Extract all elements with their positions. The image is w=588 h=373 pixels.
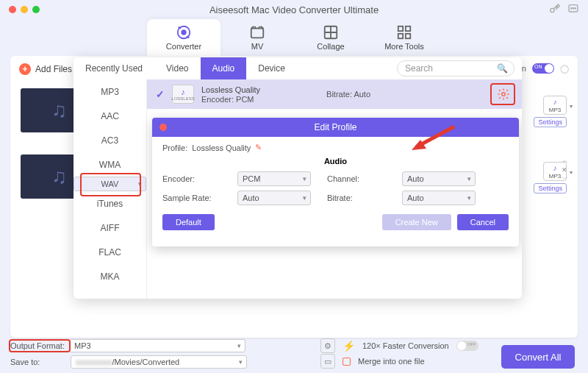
profile-label: Profile: [162, 143, 187, 152]
help-icon[interactable]: ◯ [560, 64, 569, 74]
format-mka[interactable]: MKA [74, 264, 146, 288]
sample-label: Sample Rate: [162, 193, 221, 202]
quality-settings-gear[interactable] [494, 85, 513, 104]
svg-rect-10 [406, 26, 410, 31]
tab-converter[interactable]: Converter [147, 19, 220, 56]
edit-profile-titlebar: Edit Profile [152, 118, 519, 137]
channel-label: Channel: [327, 174, 386, 183]
item-settings-button[interactable]: Settings [534, 183, 567, 193]
bottom-bar: Output Format: MP3 Save to: xxxxxxxxx/Mo… [10, 338, 578, 370]
output-format-select[interactable]: MP3 [69, 339, 245, 352]
bolt-icon: ⚡ [343, 340, 355, 352]
format-picker-panel: Recently Used Video Audio Device Search … [74, 57, 522, 299]
music-note-icon: ♪ [553, 98, 557, 106]
create-new-button[interactable]: Create New [382, 214, 451, 230]
quality-name: Lossless Quality [201, 85, 260, 94]
default-button[interactable]: Default [162, 214, 215, 230]
svg-point-3 [573, 7, 573, 8]
music-icon: ♫ [51, 165, 67, 188]
converter-icon [176, 24, 192, 40]
svg-point-0 [551, 8, 554, 12]
save-to-select[interactable]: xxxxxxxxx/Movies/Converted [71, 355, 247, 369]
convert-all-button[interactable]: Convert All [501, 345, 575, 369]
encoder-label: Encoder: [162, 174, 221, 183]
check-icon: ✓ [156, 88, 165, 100]
save-to-label: Save to: [10, 358, 66, 366]
format-search-input[interactable]: Search 🔍 [397, 60, 514, 77]
format-flac[interactable]: FLAC [74, 240, 146, 264]
merge-checkbox[interactable] [343, 358, 351, 366]
output-format-label: Output Format: [10, 341, 65, 350]
search-icon: 🔍 [497, 63, 508, 74]
tab-mv[interactable]: MV [220, 19, 294, 56]
add-files-button[interactable]: + Add Files [19, 63, 72, 75]
format-badge[interactable]: ♪MP3 [543, 96, 567, 115]
minimize-window[interactable] [21, 6, 28, 13]
format-wav[interactable]: WAV [74, 177, 146, 191]
bitrate-label: Bitrate: [327, 193, 386, 202]
format-aiff[interactable]: AIFF [74, 216, 146, 240]
media-right-panel-2: ︿✕﹀ ♪MP3 Settings [534, 162, 567, 193]
plus-icon: + [19, 63, 31, 75]
maximize-window[interactable] [32, 6, 40, 13]
toggle-on[interactable]: ON [532, 63, 554, 74]
main-tabs: Converter MV Collage More Tools [0, 19, 588, 56]
sample-select[interactable]: Auto [237, 191, 311, 205]
format-wma[interactable]: WMA [74, 152, 146, 177]
encoder-select[interactable]: PCM [237, 171, 311, 186]
more-tools-icon [396, 24, 412, 40]
svg-rect-12 [406, 34, 410, 38]
lossless-icon: ♪LOSSLESS [172, 85, 194, 104]
tab-collage[interactable]: Collage [294, 19, 368, 56]
svg-rect-11 [398, 34, 403, 38]
svg-point-13 [502, 93, 506, 96]
music-note-icon: ♪ [553, 164, 557, 172]
media-right-panel-1: ♪MP3 Settings [534, 96, 567, 127]
collage-icon [323, 24, 339, 40]
folder-icon-button[interactable]: ▭ [320, 354, 335, 369]
close-dialog[interactable] [159, 124, 167, 131]
format-ac3[interactable]: AC3 [74, 128, 146, 152]
format-mp3[interactable]: MP3 [74, 79, 146, 104]
edit-icon[interactable]: ✎ [255, 143, 262, 152]
music-note-icon: ♪ [181, 88, 185, 96]
key-icon[interactable] [548, 3, 560, 17]
bitrate-select[interactable]: Auto [402, 191, 476, 205]
tab-more-tools[interactable]: More Tools [368, 19, 441, 56]
audio-section-header: Audio [162, 157, 509, 166]
music-icon: ♫ [51, 99, 67, 122]
tab-audio[interactable]: Audio [201, 57, 247, 79]
format-picker-tabs: Recently Used Video Audio Device Search … [74, 57, 522, 79]
mv-icon [249, 24, 265, 40]
svg-point-4 [575, 7, 576, 8]
app-title: Aiseesoft Mac Video Converter Ultimate [40, 4, 548, 15]
format-aac[interactable]: AAC [74, 104, 146, 128]
svg-rect-9 [398, 26, 403, 31]
edit-profile-dialog: Edit Profile Profile: Lossless Quality ✎… [152, 118, 519, 246]
profile-value: Lossless Quality [192, 143, 251, 152]
format-sidebar: MP3 AAC AC3 WMA WAV iTunes AIFF FLAC MKA [74, 79, 147, 299]
svg-rect-7 [251, 29, 264, 38]
close-window[interactable] [9, 6, 16, 13]
tab-recently-used[interactable]: Recently Used [74, 57, 154, 79]
format-badge[interactable]: ♪MP3 [543, 162, 567, 181]
tab-device[interactable]: Device [246, 57, 297, 79]
svg-point-2 [571, 7, 572, 8]
svg-point-6 [182, 30, 186, 35]
quality-row[interactable]: ✓ ♪LOSSLESS Lossless Quality Encoder: PC… [147, 79, 522, 109]
channel-select[interactable]: Auto [402, 171, 476, 186]
gear-icon-button[interactable]: ⚙ [320, 338, 335, 353]
tab-video[interactable]: Video [154, 57, 200, 79]
window-controls [9, 6, 40, 13]
titlebar: Aiseesoft Mac Video Converter Ultimate [0, 0, 588, 19]
format-itunes[interactable]: iTunes [74, 191, 146, 216]
feedback-icon[interactable] [567, 3, 579, 17]
faster-toggle[interactable]: OFF [456, 341, 478, 351]
cancel-button[interactable]: Cancel [457, 214, 509, 230]
item-settings-button[interactable]: Settings [534, 117, 567, 127]
